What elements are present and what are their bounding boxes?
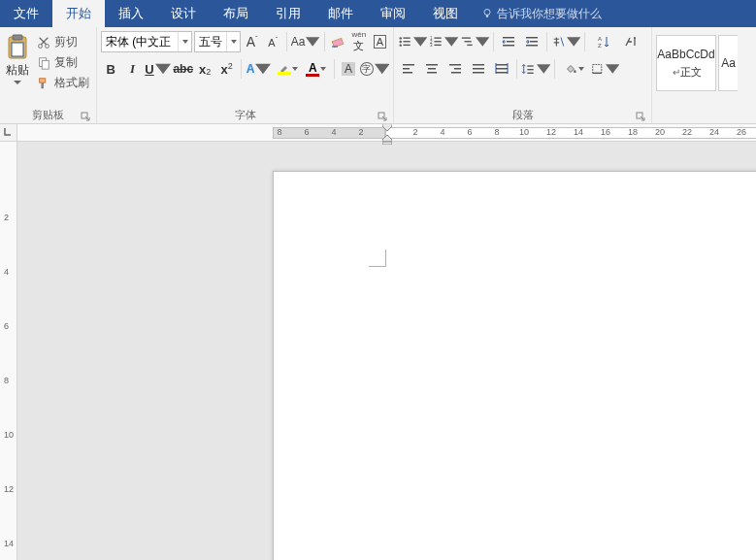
decrease-indent-button[interactable]: [498, 31, 519, 52]
clear-formatting-button[interactable]: [329, 31, 347, 52]
superscript-button[interactable]: x2: [216, 58, 236, 80]
align-center-button[interactable]: [421, 58, 443, 80]
format-painter-icon: [37, 77, 50, 90]
borders-button[interactable]: [590, 58, 619, 80]
font-size-combo[interactable]: [194, 31, 241, 52]
style-next[interactable]: Aa: [718, 35, 738, 91]
dialog-launcher-icon[interactable]: [378, 112, 387, 121]
ribbon: 粘贴 剪切 复制 格式刷 剪贴板: [0, 27, 756, 124]
page[interactable]: [273, 171, 756, 560]
shading-button[interactable]: [559, 58, 588, 80]
asian-layout-button[interactable]: [551, 31, 580, 52]
svg-rect-9: [40, 78, 46, 82]
dropdown-icon[interactable]: [226, 32, 240, 51]
svg-rect-45: [451, 72, 461, 74]
bullets-button[interactable]: [398, 31, 427, 52]
tab-review[interactable]: 审阅: [367, 0, 419, 27]
svg-rect-15: [403, 37, 410, 38]
subscript-button[interactable]: x2: [195, 58, 214, 80]
align-left-button[interactable]: [398, 58, 419, 80]
numbering-button[interactable]: 123: [429, 31, 458, 52]
highlight-button[interactable]: [274, 58, 301, 80]
lightbulb-icon: [481, 8, 493, 19]
svg-point-14: [400, 37, 402, 39]
style-normal[interactable]: AaBbCcDd ↵正文: [656, 35, 716, 91]
enclose-characters-button[interactable]: 字: [360, 58, 389, 80]
dialog-launcher-icon[interactable]: [81, 112, 90, 121]
svg-rect-48: [473, 72, 484, 74]
sort-button[interactable]: AZ: [589, 31, 618, 52]
svg-text:Z: Z: [598, 43, 602, 49]
distributed-button[interactable]: [491, 58, 512, 80]
margin-corner-mark: [369, 249, 386, 267]
tab-home[interactable]: 开始: [52, 0, 105, 27]
vertical-ruler[interactable]: 2 4 6 8 10 12 14: [0, 142, 16, 560]
format-painter-label: 格式刷: [54, 75, 89, 91]
character-shading-button[interactable]: A: [339, 58, 358, 80]
dropdown-icon: [444, 34, 459, 49]
tab-selector[interactable]: [0, 124, 16, 142]
align-right-button[interactable]: [444, 58, 466, 80]
group-label-paragraph: 段落: [512, 108, 534, 122]
paste-icon: [4, 33, 31, 60]
svg-rect-19: [403, 45, 410, 46]
format-painter-button[interactable]: 格式刷: [33, 74, 93, 92]
dropdown-icon: [306, 34, 319, 49]
copy-button[interactable]: 复制: [33, 53, 93, 72]
dropdown-icon: [578, 67, 584, 71]
outdent-icon: [501, 34, 516, 49]
font-color-button[interactable]: A: [303, 58, 330, 80]
justify-icon: [471, 61, 486, 77]
tab-mailings[interactable]: 邮件: [314, 0, 367, 27]
separator: [334, 59, 335, 79]
increase-indent-button[interactable]: [521, 31, 542, 52]
bullets-icon: [398, 34, 412, 49]
multilevel-list-button[interactable]: [460, 31, 489, 52]
underline-button[interactable]: U: [145, 58, 172, 80]
tab-insert[interactable]: 插入: [105, 0, 157, 27]
svg-rect-10: [41, 82, 44, 88]
numbering-icon: 123: [429, 34, 444, 49]
italic-button[interactable]: I: [122, 58, 142, 80]
bold-button[interactable]: B: [101, 58, 120, 80]
character-border-button[interactable]: A: [371, 31, 389, 52]
align-right-icon: [447, 61, 463, 77]
tab-references[interactable]: 引用: [262, 0, 314, 27]
copy-label: 复制: [54, 54, 78, 71]
document-canvas[interactable]: [17, 142, 756, 560]
menu-file[interactable]: 文件: [0, 0, 52, 27]
line-spacing-button[interactable]: [521, 58, 550, 80]
dropdown-icon: [567, 34, 581, 49]
cut-button[interactable]: 剪切: [33, 33, 93, 51]
shrink-font-button[interactable]: Aˇ: [263, 31, 281, 52]
font-name-input[interactable]: [102, 32, 178, 51]
tell-me-search[interactable]: 告诉我你想要做什么: [472, 0, 611, 27]
tab-layout[interactable]: 布局: [210, 0, 262, 27]
group-label-clipboard: 剪贴板: [32, 108, 64, 122]
change-case-button[interactable]: Aa: [291, 31, 320, 52]
horizontal-ruler[interactable]: 8 6 4 2 2 4 6 8 10 12 14 16 18 20 22 24 …: [17, 124, 756, 142]
group-font: Aˆ Aˇ Aa wén 文 A B I U abc x2: [97, 27, 394, 123]
group-paragraph: 123 AZ: [394, 27, 652, 123]
svg-rect-25: [434, 45, 441, 46]
multilevel-icon: [460, 34, 475, 49]
text-effects-button[interactable]: A: [246, 58, 273, 80]
font-name-combo[interactable]: [101, 31, 192, 52]
dropdown-icon[interactable]: [178, 32, 191, 51]
style-sample: AaBbCcDd: [657, 48, 714, 61]
phonetic-guide-button[interactable]: wén 文: [349, 31, 368, 52]
paste-button[interactable]: 粘贴: [4, 31, 31, 92]
cut-label: 剪切: [54, 34, 78, 50]
svg-point-18: [400, 44, 402, 46]
first-line-indent-marker[interactable]: [382, 124, 392, 131]
tab-view[interactable]: 视图: [419, 0, 472, 27]
justify-button[interactable]: [468, 58, 489, 80]
asian-layout-icon: [551, 34, 566, 49]
svg-rect-34: [526, 45, 538, 47]
tab-design[interactable]: 设计: [157, 0, 210, 27]
font-size-input[interactable]: [195, 32, 226, 51]
dialog-launcher-icon[interactable]: [636, 112, 645, 121]
strikethrough-button[interactable]: abc: [173, 58, 193, 80]
grow-font-button[interactable]: Aˆ: [243, 31, 261, 52]
show-hide-button[interactable]: [620, 31, 641, 52]
